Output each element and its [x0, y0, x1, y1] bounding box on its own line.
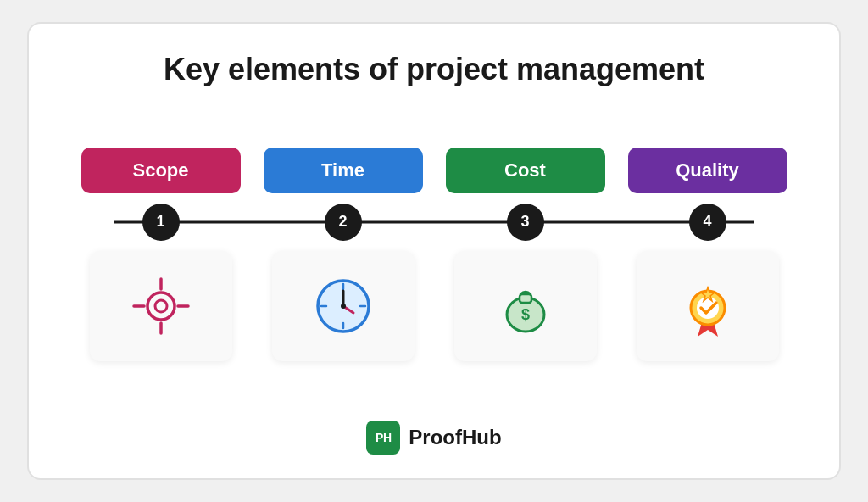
label-scope: Scope — [81, 148, 241, 193]
elements-section: Scope Time Cost Quality 1 2 3 — [70, 148, 798, 361]
svg-point-0 — [147, 293, 175, 320]
svg-point-1 — [155, 300, 167, 312]
quality-icon — [674, 272, 742, 340]
icon-box-time — [272, 251, 415, 361]
label-time: Time — [264, 148, 423, 193]
footer: PH ProofHub — [366, 421, 501, 455]
proofhub-logo: PH — [366, 421, 400, 455]
svg-point-13 — [341, 304, 346, 309]
icon-box-cost: $ — [454, 251, 597, 361]
icon-box-quality — [637, 251, 779, 361]
timeline-line — [114, 220, 755, 223]
main-card: Key elements of project management Scope… — [27, 22, 841, 480]
time-icon — [309, 272, 377, 340]
icons-row: $ — [70, 251, 798, 361]
svg-text:$: $ — [520, 306, 529, 323]
timeline-node-3: 3 — [507, 204, 544, 241]
timeline-row: 1 2 3 4 — [70, 204, 798, 241]
label-quality: Quality — [628, 148, 787, 193]
label-cost: Cost — [446, 148, 605, 193]
svg-rect-15 — [520, 294, 531, 303]
proofhub-brand-name: ProofHub — [409, 426, 501, 449]
scope-icon — [127, 272, 195, 340]
icon-box-scope — [90, 251, 232, 361]
cost-icon: $ — [492, 272, 559, 340]
labels-row: Scope Time Cost Quality — [70, 148, 798, 193]
timeline-node-4: 4 — [689, 204, 726, 241]
page-title: Key elements of project management — [164, 51, 704, 87]
timeline-node-1: 1 — [142, 204, 180, 241]
timeline-node-2: 2 — [325, 204, 362, 241]
